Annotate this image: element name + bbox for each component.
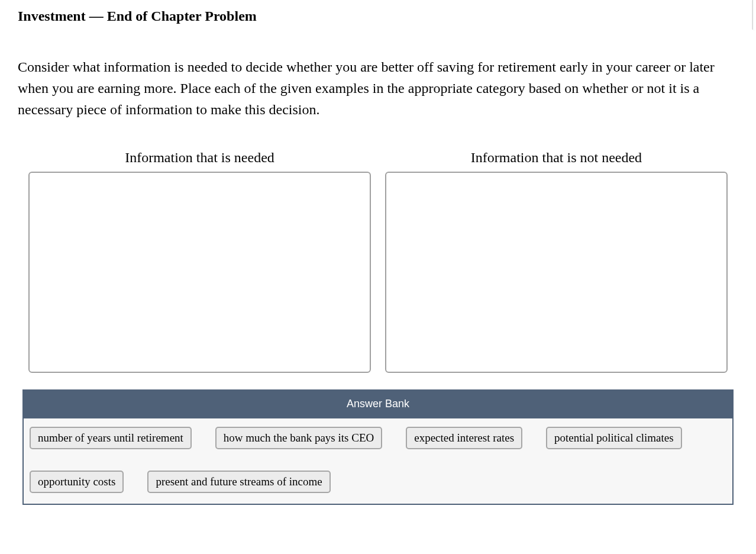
answer-item[interactable]: potential political climates <box>546 427 682 449</box>
question-text: Consider what information is needed to d… <box>18 56 738 120</box>
answer-item[interactable]: present and future streams of income <box>147 471 330 493</box>
column-not-needed: Information that is not needed <box>385 150 728 373</box>
column-needed-label: Information that is needed <box>125 150 274 166</box>
answer-item[interactable]: expected interest rates <box>406 427 522 449</box>
answer-item[interactable]: number of years until retirement <box>30 427 192 449</box>
column-not-needed-label: Information that is not needed <box>471 150 642 166</box>
answer-bank-header: Answer Bank <box>22 389 734 418</box>
drop-columns: Information that is needed Information t… <box>18 150 738 373</box>
drop-box-needed[interactable] <box>28 172 371 373</box>
answer-bank-body: number of years until retirement how muc… <box>22 418 734 505</box>
answer-bank: Answer Bank number of years until retire… <box>22 389 734 505</box>
answer-item[interactable]: opportunity costs <box>30 471 124 493</box>
drop-box-not-needed[interactable] <box>385 172 728 373</box>
page-title: Investment — End of Chapter Problem <box>18 0 738 30</box>
page-wrapper: Investment — End of Chapter Problem Cons… <box>0 0 756 505</box>
column-needed: Information that is needed <box>28 150 371 373</box>
answer-item[interactable]: how much the bank pays its CEO <box>215 427 382 449</box>
